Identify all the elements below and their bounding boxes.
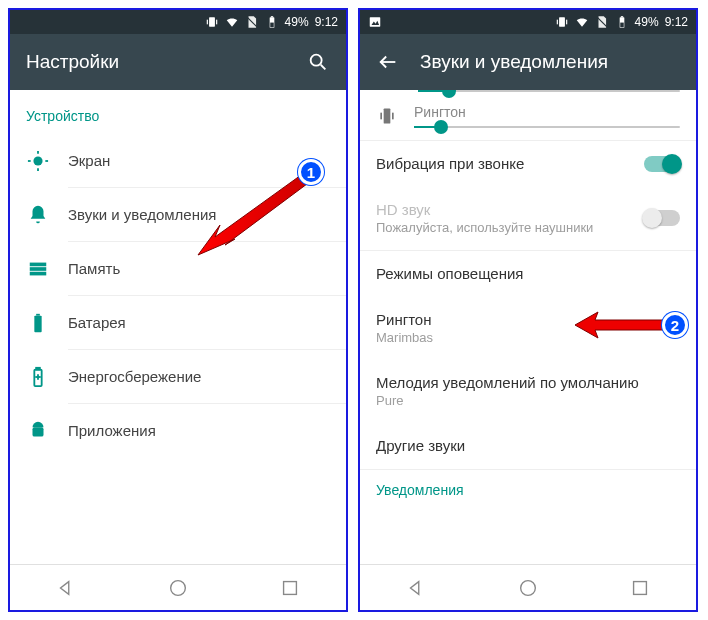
svg-rect-41 — [392, 113, 394, 120]
bell-icon — [26, 203, 50, 227]
list-item-storage[interactable]: Память — [10, 242, 346, 296]
svg-point-7 — [311, 55, 322, 66]
list-item-battery[interactable]: Батарея — [10, 296, 346, 350]
clock-text: 9:12 — [315, 15, 338, 29]
svg-rect-5 — [270, 16, 272, 17]
vibrate-on-call-row[interactable]: Вибрация при звонке — [360, 141, 696, 187]
ringtone-volume-label: Рингтон — [414, 104, 680, 120]
section-header-device: Устройство — [10, 90, 346, 134]
list-item-power-saving[interactable]: Энергосбережение — [10, 350, 346, 404]
svg-rect-17 — [34, 316, 41, 333]
page-title: Звуки и уведомления — [420, 51, 680, 73]
storage-icon — [26, 257, 50, 281]
list-item-label: Энергосбережение — [68, 350, 346, 404]
svg-rect-39 — [384, 109, 391, 124]
svg-line-8 — [321, 65, 326, 70]
hd-sound-label: HD звук — [376, 201, 593, 218]
wifi-icon — [225, 15, 239, 29]
hd-sound-row: HD звук Пожалуйста, используйте наушники — [360, 187, 696, 250]
other-sounds-row[interactable]: Другие звуки — [360, 423, 696, 469]
battery-text: 49% — [635, 15, 659, 29]
vibrate-icon — [205, 15, 219, 29]
default-notification-label: Мелодия уведомлений по умолчанию — [376, 374, 680, 391]
svg-rect-43 — [634, 581, 647, 594]
page-title: Настройки — [26, 51, 286, 73]
ringtone-label: Рингтон — [376, 311, 680, 328]
list-item-label: Батарея — [68, 296, 346, 350]
no-sim-icon — [595, 15, 609, 29]
svg-rect-15 — [30, 267, 47, 271]
battery-full-icon — [26, 311, 50, 335]
svg-rect-37 — [620, 23, 624, 28]
no-sim-icon — [245, 15, 259, 29]
ringtone-value: Marimbas — [376, 330, 680, 345]
svg-rect-14 — [30, 263, 47, 267]
appbar: Звуки и уведомления — [360, 34, 696, 90]
list-item-sound[interactable]: Звуки и уведомления — [10, 188, 346, 242]
battery-saver-icon — [26, 365, 50, 389]
ringtone-row[interactable]: Рингтон Marimbas — [360, 297, 696, 360]
list-item-apps[interactable]: Приложения — [10, 404, 346, 457]
alert-modes-row[interactable]: Режимы оповещения — [360, 251, 696, 297]
phone-left: 49% 9:12 Настройки Устройство Экран Звук… — [8, 8, 348, 612]
nav-back-icon[interactable] — [403, 575, 429, 601]
back-icon[interactable] — [376, 50, 400, 74]
statusbar: 49% 9:12 — [10, 10, 346, 34]
svg-rect-18 — [36, 314, 40, 316]
phone-vibrate-icon — [376, 105, 398, 127]
appbar: Настройки — [10, 34, 346, 90]
search-icon[interactable] — [306, 50, 330, 74]
svg-rect-16 — [30, 272, 47, 276]
ringtone-volume-row: Рингтон — [360, 96, 696, 140]
wifi-icon — [575, 15, 589, 29]
default-notification-value: Pure — [376, 393, 680, 408]
brightness-icon — [26, 149, 50, 173]
svg-rect-27 — [284, 581, 297, 594]
nav-recent-icon[interactable] — [627, 575, 653, 601]
list-item-label: Звуки и уведомления — [68, 188, 346, 242]
hd-sound-sub: Пожалуйста, используйте наушники — [376, 220, 593, 235]
svg-rect-33 — [566, 20, 567, 25]
list-item-label: Приложения — [68, 404, 346, 457]
default-notification-row[interactable]: Мелодия уведомлений по умолчанию Pure — [360, 360, 696, 423]
navbar — [360, 564, 696, 610]
svg-rect-6 — [270, 23, 274, 28]
clock-text: 9:12 — [665, 15, 688, 29]
nav-back-icon[interactable] — [53, 575, 79, 601]
list-item-label: Экран — [68, 134, 346, 188]
statusbar: 49% 9:12 — [360, 10, 696, 34]
battery-icon — [615, 15, 629, 29]
svg-rect-2 — [216, 20, 217, 25]
nav-home-icon[interactable] — [165, 575, 191, 601]
navbar — [10, 564, 346, 610]
ringtone-volume-slider[interactable] — [414, 126, 680, 128]
battery-icon — [265, 15, 279, 29]
nav-recent-icon[interactable] — [277, 575, 303, 601]
sound-settings: Рингтон Вибрация при звонке HD звук Пожа… — [360, 90, 696, 564]
vibrate-on-call-label: Вибрация при звонке — [376, 155, 524, 172]
svg-rect-36 — [620, 16, 622, 17]
vibrate-switch[interactable] — [644, 156, 680, 172]
svg-rect-29 — [370, 17, 381, 26]
svg-rect-32 — [556, 20, 557, 25]
phone-right: 49% 9:12 Звуки и уведомления Рингтон — [358, 8, 698, 612]
svg-rect-1 — [206, 20, 207, 25]
svg-rect-20 — [36, 368, 40, 370]
svg-point-26 — [171, 580, 186, 595]
list-item-label: Память — [68, 242, 346, 296]
android-icon — [26, 419, 50, 443]
other-sounds-label: Другие звуки — [376, 437, 680, 454]
svg-point-42 — [521, 580, 536, 595]
volume-slider-top[interactable] — [418, 90, 680, 92]
svg-rect-0 — [209, 17, 215, 26]
svg-point-9 — [33, 156, 42, 165]
battery-text: 49% — [285, 15, 309, 29]
svg-rect-31 — [559, 17, 565, 26]
vibrate-icon — [555, 15, 569, 29]
list-item-display[interactable]: Экран — [10, 134, 346, 188]
svg-rect-23 — [33, 427, 44, 436]
nav-home-icon[interactable] — [515, 575, 541, 601]
alert-modes-label: Режимы оповещения — [376, 265, 680, 282]
image-icon — [368, 15, 382, 29]
settings-list: Устройство Экран Звуки и уведомления Пам… — [10, 90, 346, 564]
